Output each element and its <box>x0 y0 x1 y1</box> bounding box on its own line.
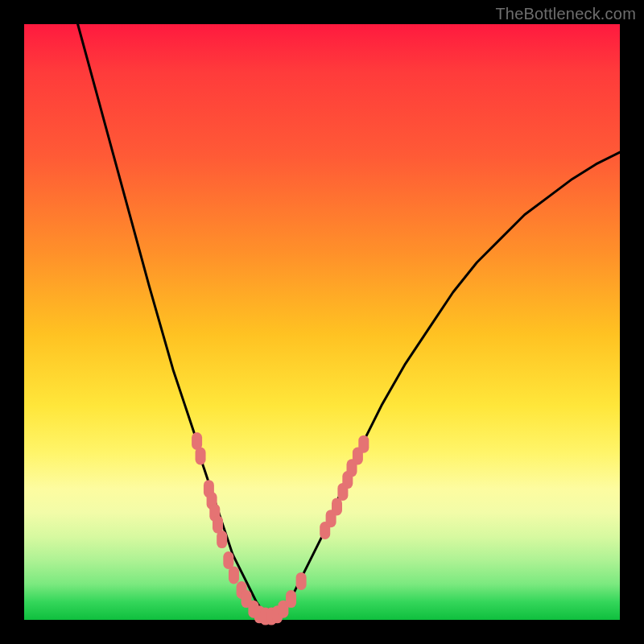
bottleneck-curve <box>78 24 620 616</box>
curve-layer <box>78 24 620 616</box>
marker-layer <box>192 432 369 625</box>
data-marker <box>296 572 307 590</box>
chart-frame: TheBottleneck.com <box>0 0 644 644</box>
data-marker <box>358 436 369 453</box>
data-marker <box>229 567 239 584</box>
data-marker <box>196 448 206 465</box>
data-marker <box>286 590 296 608</box>
data-marker <box>217 530 227 548</box>
watermark-text: TheBottleneck.com <box>495 5 636 23</box>
data-marker <box>223 551 233 569</box>
chart-overlay <box>24 24 620 620</box>
data-marker <box>332 497 342 515</box>
